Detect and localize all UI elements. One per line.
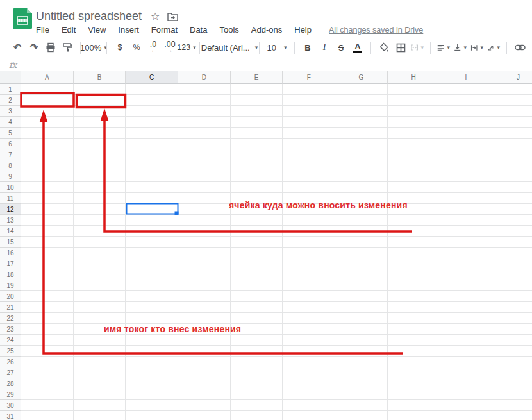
zoom-select[interactable]: 100% ▾ — [87, 39, 100, 56]
cell-j3[interactable] — [492, 106, 532, 117]
cell-f9[interactable] — [283, 171, 335, 182]
cell-b28[interactable] — [74, 378, 126, 389]
cell-j25[interactable] — [492, 346, 532, 357]
cell-f30[interactable] — [283, 400, 335, 411]
cell-g9[interactable] — [335, 171, 388, 182]
cell-e27[interactable] — [231, 367, 283, 378]
cell-i28[interactable] — [440, 378, 493, 389]
menu-item-tools[interactable]: Tools — [219, 25, 238, 35]
cell-d3[interactable] — [178, 106, 231, 117]
cell-h25[interactable] — [388, 346, 440, 357]
cell-b30[interactable] — [74, 400, 126, 411]
cell-j15[interactable] — [492, 237, 532, 248]
cell-c10[interactable] — [126, 182, 178, 193]
row-header-27[interactable]: 27 — [0, 367, 21, 378]
cell-j6[interactable] — [492, 139, 532, 149]
cell-c9[interactable] — [126, 171, 178, 182]
cell-h19[interactable] — [388, 280, 440, 291]
cell-c29[interactable] — [126, 389, 178, 400]
cell-i29[interactable] — [440, 389, 493, 400]
cell-i3[interactable] — [440, 106, 493, 117]
cell-h17[interactable] — [388, 258, 440, 269]
row-header-6[interactable]: 6 — [0, 139, 21, 149]
cell-f31[interactable] — [283, 411, 335, 420]
cell-e10[interactable] — [231, 182, 283, 193]
cell-g27[interactable] — [335, 367, 388, 378]
cell-j31[interactable] — [492, 411, 532, 420]
cell-i25[interactable] — [440, 346, 493, 357]
increase-decimal-button[interactable]: .00→ — [163, 39, 176, 56]
cell-f6[interactable] — [283, 139, 335, 149]
cell-i7[interactable] — [440, 149, 493, 160]
cell-b7[interactable] — [74, 149, 126, 160]
insert-link-button[interactable] — [513, 39, 526, 56]
merge-cells-button[interactable]: ▾ — [411, 39, 424, 56]
cell-g31[interactable] — [335, 411, 388, 420]
row-header-10[interactable]: 10 — [0, 182, 21, 193]
row-header-19[interactable]: 19 — [0, 280, 21, 291]
cell-b6[interactable] — [74, 139, 126, 149]
cell-g23[interactable] — [335, 324, 388, 335]
cell-i30[interactable] — [440, 400, 493, 411]
cell-b10[interactable] — [74, 182, 126, 193]
format-currency-button[interactable]: $ — [113, 39, 126, 56]
cell-c20[interactable] — [126, 291, 178, 302]
cell-c19[interactable] — [126, 280, 178, 291]
cell-f23[interactable] — [283, 324, 335, 335]
menu-item-data[interactable]: Data — [190, 25, 207, 35]
cell-e24[interactable] — [231, 335, 283, 346]
cell-d12[interactable] — [178, 204, 231, 215]
cell-h5[interactable] — [388, 128, 440, 139]
cell-f26[interactable] — [283, 357, 335, 367]
cell-d29[interactable] — [178, 389, 231, 400]
row-header-13[interactable]: 13 — [0, 215, 21, 226]
cell-i8[interactable] — [440, 160, 493, 171]
saved-status[interactable]: All changes saved in Drive — [329, 26, 423, 35]
menu-item-addons[interactable]: Add-ons — [251, 25, 282, 35]
cell-g26[interactable] — [335, 357, 388, 367]
cell-h13[interactable] — [388, 215, 440, 226]
cell-d13[interactable] — [178, 215, 231, 226]
cell-d18[interactable] — [178, 269, 231, 280]
cell-f14[interactable] — [283, 226, 335, 237]
cell-b1[interactable] — [74, 84, 126, 95]
menu-item-view[interactable]: View — [88, 25, 106, 35]
redo-button[interactable]: ↷ — [28, 39, 40, 56]
cell-d14[interactable] — [178, 226, 231, 237]
cell-a16[interactable] — [21, 248, 74, 258]
row-header-1[interactable]: 1 — [0, 84, 21, 95]
cell-a6[interactable] — [21, 139, 74, 149]
cell-h24[interactable] — [388, 335, 440, 346]
cell-f21[interactable] — [283, 302, 335, 313]
cell-e3[interactable] — [231, 106, 283, 117]
cell-e14[interactable] — [231, 226, 283, 237]
cell-h28[interactable] — [388, 378, 440, 389]
cell-j17[interactable] — [492, 258, 532, 269]
row-header-2[interactable]: 2 — [0, 95, 21, 106]
menu-item-insert[interactable]: Insert — [118, 25, 139, 35]
cell-h16[interactable] — [388, 248, 440, 258]
cell-i26[interactable] — [440, 357, 493, 367]
cell-b17[interactable] — [74, 258, 126, 269]
cell-i2[interactable] — [440, 95, 493, 106]
decrease-decimal-button[interactable]: .0← — [147, 39, 160, 56]
row-header-30[interactable]: 30 — [0, 400, 21, 411]
cell-i11[interactable] — [440, 193, 493, 204]
cell-b9[interactable] — [74, 171, 126, 182]
cell-i9[interactable] — [440, 171, 493, 182]
cell-h21[interactable] — [388, 302, 440, 313]
cell-h29[interactable] — [388, 389, 440, 400]
cell-j24[interactable] — [492, 335, 532, 346]
cell-e26[interactable] — [231, 357, 283, 367]
cell-f22[interactable] — [283, 313, 335, 324]
cell-g19[interactable] — [335, 280, 388, 291]
cell-b16[interactable] — [74, 248, 126, 258]
cell-j13[interactable] — [492, 215, 532, 226]
cell-a10[interactable] — [21, 182, 74, 193]
cell-e5[interactable] — [231, 128, 283, 139]
cell-c13[interactable] — [126, 215, 178, 226]
cell-j27[interactable] — [492, 367, 532, 378]
cell-j26[interactable] — [492, 357, 532, 367]
cell-g17[interactable] — [335, 258, 388, 269]
row-header-22[interactable]: 22 — [0, 313, 21, 324]
